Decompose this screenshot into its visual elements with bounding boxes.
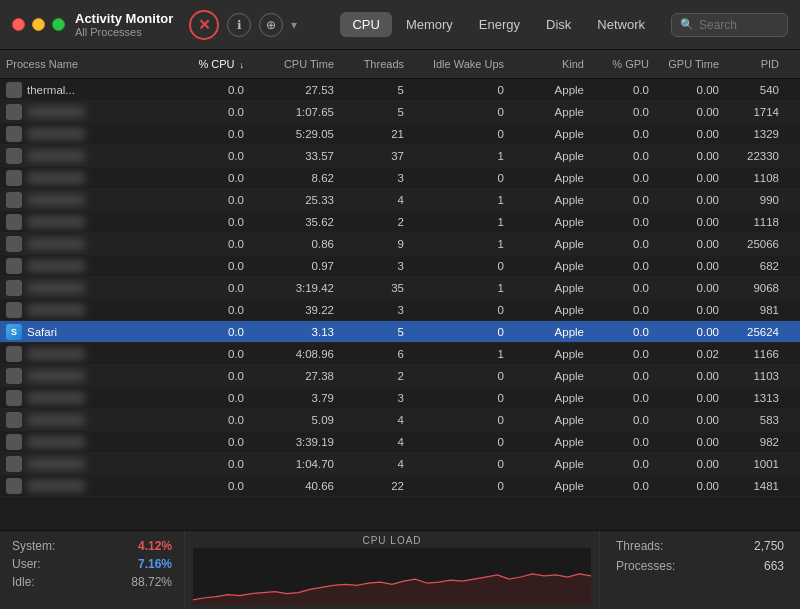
table-row[interactable]: xxxxxxxxxx0.08.6230Apple0.00.001108: [0, 167, 800, 189]
maximize-button[interactable]: [52, 18, 65, 31]
cell-gpu: 0.0: [590, 456, 655, 472]
traffic-lights: [12, 18, 65, 31]
table-row[interactable]: xxxxxxxxxx0.03:19.42351Apple0.00.009068: [0, 277, 800, 299]
col-header-gpu-time[interactable]: GPU Time: [655, 54, 725, 74]
table-row[interactable]: thermal...0.027.5350Apple0.00.00540: [0, 79, 800, 101]
cell-gpu_time: 0.00: [655, 236, 725, 252]
cell-threads: 5: [340, 82, 410, 98]
table-row[interactable]: xxxxxxxxxx0.01:07.6550Apple0.00.001714: [0, 101, 800, 123]
cell-threads: 9: [340, 236, 410, 252]
cell-pid: 583: [725, 412, 785, 428]
cell-cpu_time: 3:19.42: [250, 280, 340, 296]
col-header-pid[interactable]: PID: [725, 54, 785, 74]
table-row[interactable]: xxxxxxxxxx0.027.3820Apple0.00.001103: [0, 365, 800, 387]
cell-kind: Apple: [510, 258, 590, 274]
cell-pid: 1313: [725, 390, 785, 406]
cell-gpu_time: 0.00: [655, 302, 725, 318]
cell-cpu: 0.0: [180, 302, 250, 318]
dropdown-arrow[interactable]: ▾: [291, 18, 297, 32]
search-box[interactable]: 🔍: [671, 13, 788, 37]
fork-button[interactable]: ⊕: [259, 13, 283, 37]
cell-gpu_time: 0.00: [655, 478, 725, 494]
cell-gpu: 0.0: [590, 434, 655, 450]
info-icon: ℹ: [237, 18, 242, 32]
stop-process-button[interactable]: ✕: [189, 10, 219, 40]
col-header-idle-wakeups[interactable]: Idle Wake Ups: [410, 54, 510, 74]
cell-cpu: 0.0: [180, 346, 250, 362]
cell-gpu: 0.0: [590, 280, 655, 296]
cell-cpu_time: 5:29.05: [250, 126, 340, 142]
cell-kind: Apple: [510, 236, 590, 252]
search-input[interactable]: [699, 18, 779, 32]
user-label: User:: [12, 557, 41, 571]
cell-idle_wakeups: 1: [410, 148, 510, 164]
cell-pid: 540: [725, 82, 785, 98]
nav-tabs: CPU Memory Energy Disk Network 🔍: [340, 12, 788, 37]
cell-pid: 1166: [725, 346, 785, 362]
process-name: xxxxxxxxxx: [27, 480, 85, 492]
col-header-gpu[interactable]: % GPU: [590, 54, 655, 74]
cell-kind: Apple: [510, 104, 590, 120]
process-icon: [6, 434, 22, 450]
process-icon: [6, 258, 22, 274]
process-icon: [6, 368, 22, 384]
col-header-cpu-time[interactable]: CPU Time: [250, 54, 340, 74]
cell-pid: 1714: [725, 104, 785, 120]
cell-cpu_time: 3.79: [250, 390, 340, 406]
col-header-threads[interactable]: Threads: [340, 54, 410, 74]
info-button[interactable]: ℹ: [227, 13, 251, 37]
cell-kind: Apple: [510, 456, 590, 472]
table-row[interactable]: xxxxxxxxxx0.05.0940Apple0.00.00583: [0, 409, 800, 431]
table-row[interactable]: xxxxxxxxxx0.040.66220Apple0.00.001481: [0, 475, 800, 497]
cell-idle_wakeups: 0: [410, 104, 510, 120]
process-name: xxxxxxxxxx: [27, 150, 85, 162]
process-name: xxxxxxxxxx: [27, 436, 85, 448]
table-row[interactable]: xxxxxxxxxx0.033.57371Apple0.00.0022330: [0, 145, 800, 167]
table-row[interactable]: xxxxxxxxxx0.00.9730Apple0.00.00682: [0, 255, 800, 277]
table-row[interactable]: SSafari0.03.1350Apple0.00.0025624: [0, 321, 800, 343]
col-header-kind[interactable]: Kind: [510, 54, 590, 74]
cell-gpu_time: 0.00: [655, 324, 725, 340]
cell-idle_wakeups: 0: [410, 258, 510, 274]
table-row[interactable]: xxxxxxxxxx0.039.2230Apple0.00.00981: [0, 299, 800, 321]
table-row[interactable]: xxxxxxxxxx0.03.7930Apple0.00.001313: [0, 387, 800, 409]
table-row[interactable]: xxxxxxxxxx0.00.8691Apple0.00.0025066: [0, 233, 800, 255]
cell-cpu: 0.0: [180, 236, 250, 252]
cell-gpu: 0.0: [590, 192, 655, 208]
cell-gpu: 0.0: [590, 104, 655, 120]
cell-gpu: 0.0: [590, 324, 655, 340]
cell-gpu: 0.0: [590, 302, 655, 318]
tab-disk[interactable]: Disk: [534, 12, 583, 37]
cell-gpu: 0.0: [590, 82, 655, 98]
idle-stat-row: Idle: 88.72%: [12, 575, 172, 589]
cell-cpu: 0.0: [180, 434, 250, 450]
tab-memory[interactable]: Memory: [394, 12, 465, 37]
cell-cpu: 0.0: [180, 456, 250, 472]
table-body: thermal...0.027.5350Apple0.00.00540xxxxx…: [0, 79, 800, 497]
cell-threads: 3: [340, 258, 410, 274]
cell-threads: 5: [340, 104, 410, 120]
table-row[interactable]: xxxxxxxxxx0.01:04.7040Apple0.00.001001: [0, 453, 800, 475]
cell-gpu_time: 0.00: [655, 170, 725, 186]
tab-energy[interactable]: Energy: [467, 12, 532, 37]
process-name: xxxxxxxxxx: [27, 414, 85, 426]
tab-cpu[interactable]: CPU: [340, 12, 391, 37]
cell-threads: 22: [340, 478, 410, 494]
cell-cpu_time: 27.38: [250, 368, 340, 384]
close-button[interactable]: [12, 18, 25, 31]
table-row[interactable]: xxxxxxxxxx0.035.6221Apple0.00.001118: [0, 211, 800, 233]
cpu-load-chart: [193, 548, 591, 605]
table-row[interactable]: xxxxxxxxxx0.05:29.05210Apple0.00.001329: [0, 123, 800, 145]
table-row[interactable]: xxxxxxxxxx0.04:08.9661Apple0.00.021166: [0, 343, 800, 365]
minimize-button[interactable]: [32, 18, 45, 31]
table-row[interactable]: xxxxxxxxxx0.025.3341Apple0.00.00990: [0, 189, 800, 211]
col-header-cpu[interactable]: % CPU ↓: [180, 54, 250, 74]
table-row[interactable]: xxxxxxxxxx0.03:39.1940Apple0.00.00982: [0, 431, 800, 453]
tab-network[interactable]: Network: [585, 12, 657, 37]
process-icon: [6, 104, 22, 120]
cell-kind: Apple: [510, 324, 590, 340]
idle-label: Idle:: [12, 575, 35, 589]
col-header-name[interactable]: Process Name: [0, 54, 180, 74]
cell-idle_wakeups: 0: [410, 434, 510, 450]
app-subtitle: All Processes: [75, 26, 173, 38]
